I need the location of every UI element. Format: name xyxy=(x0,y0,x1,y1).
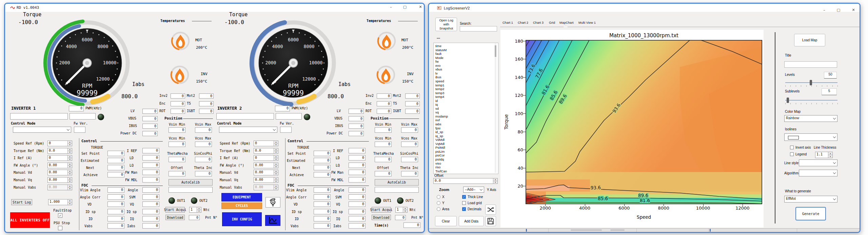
signal-item[interactable]: psiCor xyxy=(435,153,486,157)
logscreener-maximize-button[interactable]: ▢ xyxy=(835,8,842,14)
ref-spinner[interactable]: 0▲▼ xyxy=(47,141,72,146)
foc-field[interactable]: 0 xyxy=(107,223,124,229)
signal-item[interactable]: iq xyxy=(435,103,486,106)
calib-result-field[interactable] xyxy=(375,187,419,193)
levels-value[interactable]: 50 xyxy=(824,72,837,79)
signal-item[interactable]: vq xyxy=(435,110,486,114)
bus-field[interactable]: 0 xyxy=(142,116,158,121)
all-inverters-off-button[interactable]: ALL INVERTERS OFF xyxy=(10,212,50,228)
control-right-field[interactable]: 0 xyxy=(349,148,366,153)
foc-field[interactable]: 0 xyxy=(314,216,331,221)
control-right-field[interactable]: 0 xyxy=(349,177,366,183)
bus-field[interactable]: 0 xyxy=(142,131,158,136)
foc-field[interactable]: 0 xyxy=(107,201,124,207)
sensor-field[interactable]: 0 xyxy=(377,109,391,114)
autocalib-button[interactable]: AutoCalib xyxy=(169,179,213,186)
ref-spinner-arrows[interactable]: ▲▼ xyxy=(67,177,72,183)
foc-field[interactable]: 0 xyxy=(314,209,331,214)
sensor-field[interactable]: 0 xyxy=(171,101,185,106)
ntc-spinner-value[interactable]: 1 xyxy=(190,207,196,212)
ref-spinner[interactable]: 0.00▲▼ xyxy=(254,185,278,190)
position-field[interactable]: 0 xyxy=(375,157,392,162)
signal-item[interactable]: evo xyxy=(435,64,486,67)
ref-spinner-arrows[interactable]: ▲▼ xyxy=(67,170,72,175)
tab-mapchart[interactable]: MapChart xyxy=(559,21,574,24)
signal-item[interactable]: vbus xyxy=(435,67,486,71)
ref-spinner-value[interactable]: 0 xyxy=(254,141,273,146)
ref-spinner[interactable]: 0.00▲▼ xyxy=(254,163,278,168)
signal-item[interactable]: iq_sp xyxy=(435,134,486,138)
position-field[interactable]: 0 xyxy=(375,127,392,133)
ref-spinner[interactable]: 0.00▲▼ xyxy=(47,185,72,190)
legend-spinner-arrows[interactable]: ▲▼ xyxy=(828,152,832,158)
sensor-field[interactable]: 0 xyxy=(405,109,420,114)
signal-item[interactable]: fault xyxy=(435,52,486,56)
legend-checkbox[interactable] xyxy=(790,152,794,156)
ref-spinner-value[interactable]: 0.00 xyxy=(48,170,67,175)
bus-field[interactable]: 0 xyxy=(349,124,364,129)
fw-ver-field[interactable] xyxy=(74,127,85,133)
ref-spinner-arrows[interactable]: ▲▼ xyxy=(67,148,72,153)
control-left-field[interactable]: 0 xyxy=(314,151,331,156)
log-interval-spinner-value[interactable]: 1.000 xyxy=(48,199,67,205)
ref-spinner-value[interactable]: 0.00 xyxy=(254,163,273,168)
ref-spinner[interactable]: 0.00▲▼ xyxy=(254,170,278,175)
position-field[interactable]: 0 xyxy=(401,142,418,147)
download-button[interactable]: Download xyxy=(165,215,185,220)
start-acqui-button[interactable]: Start Acqui xyxy=(165,207,185,213)
control-right-field[interactable]: 0 xyxy=(142,177,159,183)
ref-spinner-value[interactable]: 0.00 xyxy=(48,163,67,168)
foc-field[interactable]: 0 xyxy=(349,216,366,221)
ntc-spinner-arrows[interactable]: ▲▼ xyxy=(197,207,201,212)
ref-spinner[interactable]: 0▲▼ xyxy=(47,155,72,161)
signal-scrollbar[interactable] xyxy=(495,43,496,173)
signal-item[interactable]: psiIdq xyxy=(435,157,486,161)
tab-grid[interactable]: Grid xyxy=(549,21,555,24)
bus-field[interactable]: 0 xyxy=(142,109,158,114)
offset-spinner-arrows[interactable]: ▲▼ xyxy=(493,178,497,184)
ref-spinner-arrows[interactable]: ▲▼ xyxy=(274,141,278,146)
ref-spinner-value[interactable]: 0 xyxy=(254,155,273,161)
signal-item[interactable]: modamp xyxy=(435,114,486,118)
ref-spinner-value[interactable]: 0.00 xyxy=(48,185,67,190)
pwm-field[interactable]: 0 xyxy=(275,106,290,111)
signal-item[interactable]: id_sp xyxy=(435,130,486,134)
signal-item[interactable]: VqMdl xyxy=(435,142,486,146)
sensor-field[interactable]: 0 xyxy=(171,109,185,114)
signal-item[interactable]: iabs xyxy=(435,122,486,126)
signal-item[interactable]: TrefCan xyxy=(435,169,486,173)
add-data-button[interactable]: Add Data xyxy=(459,216,484,226)
sensor-field[interactable]: 0 xyxy=(377,101,391,106)
sensor-field[interactable]: 0 xyxy=(171,93,185,99)
ref-spinner-value[interactable]: 0.00 xyxy=(254,177,273,183)
control-left-field[interactable]: 0 xyxy=(314,158,331,163)
ref-spinner[interactable]: 0▲▼ xyxy=(254,141,278,146)
position-field[interactable]: 0 xyxy=(169,157,185,162)
line-style-dropdown[interactable] xyxy=(799,159,837,166)
rd-close-button[interactable]: ✕ xyxy=(417,5,423,10)
foc-field[interactable]: 0 xyxy=(142,223,159,229)
signal-item[interactable]: riso xyxy=(435,165,486,169)
control-right-field[interactable]: 0 xyxy=(349,155,366,161)
control-right-field[interactable]: 0 xyxy=(142,163,159,168)
ref-spinner[interactable]: 0.00▲▼ xyxy=(47,177,72,183)
ref-spinner[interactable]: 0▲▼ xyxy=(254,155,278,161)
isolines-dropdown[interactable] xyxy=(784,133,837,141)
what-to-generate-dropdown[interactable]: EffMot xyxy=(784,196,837,202)
generate-button[interactable]: Generate xyxy=(795,207,826,220)
signal-item[interactable]: VdMdl xyxy=(435,138,486,142)
checkbox-thick-line[interactable]: ✓ xyxy=(462,195,466,199)
signal-item[interactable]: statusM xyxy=(435,48,486,52)
position-field[interactable]: 0 xyxy=(169,127,185,133)
ref-spinner[interactable]: 0.00▲▼ xyxy=(47,163,72,168)
ntc-spinner-arrows[interactable]: ▲▼ xyxy=(403,207,407,212)
foc-field[interactable]: 0 xyxy=(142,201,159,207)
legend-spinner[interactable]: 1.1▲▼ xyxy=(815,152,833,158)
inv-config-button[interactable]: INV CONFIG xyxy=(222,212,262,226)
time-field[interactable]: 0 xyxy=(403,222,420,228)
equipment-button[interactable]: EQUIPMENT xyxy=(221,193,262,201)
ref-spinner[interactable]: 0.0▲▼ xyxy=(254,148,278,154)
control-right-field[interactable]: 0 xyxy=(142,170,159,175)
ref-spinner-arrows[interactable]: ▲▼ xyxy=(274,170,278,175)
sensor-field[interactable]: 0 xyxy=(199,93,214,99)
